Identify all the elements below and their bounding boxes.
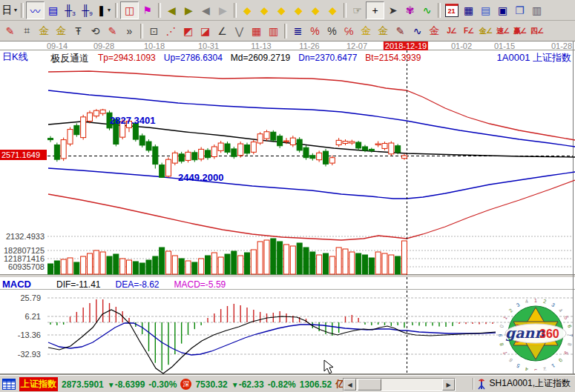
date-tick: 09-28 [93, 41, 114, 50]
pane-label-daily-kline: 日K线 [2, 50, 28, 64]
toolbar-separator [21, 3, 24, 18]
wave-check-button-icon[interactable]: ⋁ [231, 23, 248, 39]
horizontal-scrollbar[interactable]: ◀ ▶ [343, 378, 456, 391]
more-tools-chevron-icon[interactable]: » [121, 23, 138, 39]
compress-chart-button-icon[interactable]: ◫ [120, 1, 139, 19]
toolbar-separator [438, 3, 441, 18]
scroll-thumb[interactable] [358, 379, 381, 391]
brush-plus-button-icon[interactable]: ✎ [104, 23, 121, 39]
diamond-compress-button-icon[interactable]: ◆ [290, 2, 307, 19]
gold-coin-button-icon[interactable]: 金 [358, 23, 375, 39]
gold-box-button-icon[interactable]: 金 [426, 23, 443, 39]
quote-table-icon[interactable] [2, 379, 16, 390]
notepad-button-icon[interactable]: ▤ [477, 2, 494, 19]
gold-angle-button-icon[interactable]: 金∠ [477, 23, 494, 39]
mark-tool-button-icon[interactable]: ✾ [401, 2, 418, 19]
box-select-button-icon[interactable]: ⊡ [145, 23, 162, 39]
grid-hash-button-icon[interactable]: ⌗ [19, 23, 36, 39]
minute-9-chart-button-icon[interactable]: ╫9 [79, 2, 96, 19]
scroll-right-button[interactable]: ▶ [442, 379, 455, 391]
print-button-icon[interactable]: ▥ [528, 2, 545, 19]
crosshair-tool-button-icon[interactable]: + [366, 1, 384, 19]
current-price-marker: 2571.1649 [0, 150, 47, 160]
toolbar-separator [115, 3, 118, 18]
svg-text:5: 5 [563, 315, 569, 320]
svg-text:2: 2 [508, 308, 514, 313]
svg-text:5: 5 [516, 363, 521, 369]
color-flag-button-icon[interactable]: ⚑ [139, 2, 156, 19]
gold-level-button-icon[interactable]: 金 [36, 23, 53, 39]
angle-lines-button-icon[interactable]: ∠ [214, 23, 231, 39]
svg-text:4: 4 [558, 308, 564, 313]
sz-index-price: 7530.32 [195, 379, 227, 390]
gann-fan-button-icon[interactable]: ⋰ [162, 23, 180, 39]
diamond-left-button-icon[interactable]: ◆ [239, 2, 256, 19]
step-back-button-icon[interactable]: ◀ [197, 2, 214, 19]
svg-text:8: 8 [567, 342, 573, 347]
calculator-button-icon[interactable]: ▦ [460, 2, 477, 19]
antenna-icon [476, 378, 487, 390]
symbol-code[interactable]: SH1A0001,上证指数 [490, 377, 571, 390]
percent-eq-button-icon[interactable]: ℅ [341, 23, 358, 39]
indicator-param: Up=2786.6304 [164, 53, 223, 63]
step-forward-button-icon[interactable]: ▶ [214, 2, 231, 19]
red-brush-button-icon[interactable]: ✎ [1, 23, 19, 39]
indicator-param: Md=2609.2719 [231, 53, 290, 63]
jump-first-button-icon[interactable]: ◀ [163, 2, 180, 19]
shenzhen-badge-icon[interactable]: 深 [180, 379, 191, 390]
hand-tool-button-icon[interactable]: ☞ [349, 2, 366, 19]
gann-grid-box-button-icon[interactable]: ◪ [197, 23, 214, 39]
speed-angle-button-icon[interactable]: 速∠ [494, 23, 511, 39]
diamond-shift-right-button-icon[interactable]: ◆ [324, 2, 341, 19]
pointer-lasso-button-icon[interactable]: ➤ [384, 2, 401, 19]
red-grid-button-icon[interactable]: ▦ [248, 23, 265, 39]
percent-line-button-icon[interactable]: % [306, 23, 323, 39]
date-tick: 11-26 [299, 41, 319, 50]
svg-text:9: 9 [563, 351, 569, 356]
zigzag-chart-button-icon[interactable]: 〰 [26, 1, 45, 19]
minute-3-chart-button-icon[interactable]: ╫3 [62, 2, 79, 19]
macd-value: DEA=-8.62 [115, 279, 159, 290]
quote-list-button-icon[interactable]: ▤ [45, 2, 62, 19]
sh-change-group: ▼-8.6399 [108, 379, 145, 390]
win-angle-button-icon[interactable]: 赢∠ [511, 23, 528, 39]
diamond-shift-left-button-icon[interactable]: ◆ [307, 2, 324, 19]
ruler-button-icon[interactable]: ≣ [289, 23, 306, 39]
j-angle-button-icon[interactable]: J∠ [443, 23, 460, 39]
sz-change-group: ▼-62.33 [231, 379, 264, 390]
diamond-right-button-icon[interactable]: ◆ [256, 2, 273, 19]
period-day-selector-icon[interactable]: 日▼ [1, 2, 19, 19]
svg-text:9: 9 [499, 333, 503, 336]
gold-line-button-icon[interactable]: 金 [375, 23, 392, 39]
red-grid2-button-icon[interactable]: ▥ [265, 23, 282, 39]
wave-tool-button-icon[interactable]: ∿ [409, 23, 426, 39]
gann-box-button-icon[interactable]: ◩ [180, 23, 197, 39]
divider [473, 378, 473, 390]
spiral-button-icon[interactable]: ⟲ [87, 23, 104, 39]
macd-axis-label: 6.21 [0, 312, 41, 321]
diamond-expand-button-icon[interactable]: ◆ [273, 2, 290, 19]
save-button-icon[interactable]: ▣ [494, 2, 511, 19]
svg-text:3: 3 [534, 368, 537, 371]
date-tick: 01-15 [494, 41, 515, 50]
scroll-left-button[interactable]: ◀ [344, 379, 356, 391]
macd-value: MACD=-5.59 [174, 279, 226, 290]
gold-level2-button-icon[interactable]: 金 [53, 23, 70, 39]
ink-brush-button-icon[interactable]: ✎ [392, 23, 409, 39]
index-name-badge[interactable]: 上证指数 [19, 377, 58, 391]
multi-window-button-icon[interactable]: ❐ [511, 2, 528, 19]
symbol-label: 1A0001 上证指数 [497, 51, 571, 64]
calendar-button-icon[interactable]: 21 [443, 2, 460, 19]
f-angle-button-icon[interactable]: F∠ [460, 23, 477, 39]
date-tick: 12-07 [346, 41, 367, 50]
down-triangle-icon: ▼ [231, 381, 239, 389]
percent-button-icon[interactable]: % [323, 23, 341, 39]
f-marker-button-icon[interactable]: Ŧ [70, 23, 87, 39]
toolbar-row-2: ✎⌗金金Ŧ⟲✎»⊡⋰◩◪∠⋁▦▥≣%%℅金金✎∿金J∠F∠金∠速∠赢∠四∠ [0, 21, 575, 41]
toolbar-separator [344, 3, 346, 18]
line-draw-button-icon[interactable]: ∿ [418, 2, 436, 19]
four-angle-button-icon[interactable]: 四∠ [528, 23, 545, 39]
jump-last-button-icon[interactable]: ▶ [180, 2, 197, 19]
indicator-params: Tp=2943.1093Up=2786.6304Md=2609.2719Dn=2… [98, 53, 421, 63]
candle-style-button-icon[interactable]: ❚▼ [96, 2, 113, 19]
